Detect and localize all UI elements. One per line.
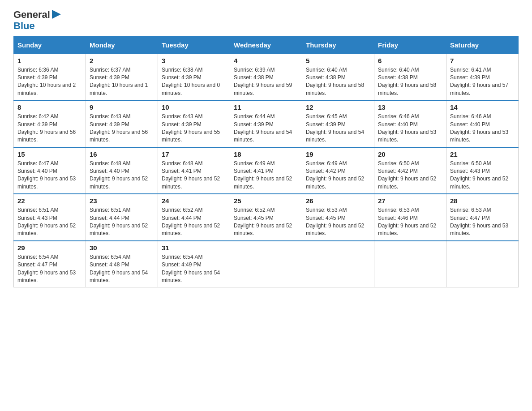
day-number: 22 bbox=[17, 197, 82, 205]
calendar-cell bbox=[374, 241, 446, 287]
calendar-cell: 23Sunrise: 6:51 AMSunset: 4:44 PMDayligh… bbox=[86, 194, 158, 241]
day-number: 14 bbox=[450, 103, 515, 111]
day-info: Sunrise: 6:48 AMSunset: 4:41 PMDaylight:… bbox=[162, 160, 226, 191]
calendar-table: SundayMondayTuesdayWednesdayThursdayFrid… bbox=[13, 36, 519, 288]
day-info: Sunrise: 6:46 AMSunset: 4:40 PMDaylight:… bbox=[450, 113, 515, 144]
day-info: Sunrise: 6:38 AMSunset: 4:39 PMDaylight:… bbox=[162, 66, 226, 98]
calendar-cell: 2Sunrise: 6:37 AMSunset: 4:39 PMDaylight… bbox=[86, 54, 158, 101]
calendar-cell: 17Sunrise: 6:48 AMSunset: 4:41 PMDayligh… bbox=[158, 147, 230, 194]
day-number: 1 bbox=[17, 57, 82, 64]
day-info: Sunrise: 6:45 AMSunset: 4:39 PMDaylight:… bbox=[306, 113, 370, 144]
calendar-cell: 26Sunrise: 6:53 AMSunset: 4:45 PMDayligh… bbox=[302, 194, 374, 241]
day-number: 10 bbox=[162, 103, 226, 111]
day-number: 26 bbox=[306, 197, 370, 205]
day-info: Sunrise: 6:54 AMSunset: 4:47 PMDaylight:… bbox=[17, 253, 82, 285]
day-info: Sunrise: 6:37 AMSunset: 4:39 PMDaylight:… bbox=[90, 66, 154, 98]
day-number: 16 bbox=[90, 150, 154, 158]
calendar-cell: 11Sunrise: 6:44 AMSunset: 4:39 PMDayligh… bbox=[230, 100, 302, 147]
day-info: Sunrise: 6:52 AMSunset: 4:44 PMDaylight:… bbox=[162, 206, 226, 238]
calendar-cell: 25Sunrise: 6:52 AMSunset: 4:45 PMDayligh… bbox=[230, 194, 302, 241]
day-info: Sunrise: 6:39 AMSunset: 4:38 PMDaylight:… bbox=[234, 66, 298, 98]
day-of-week-header: Monday bbox=[86, 36, 158, 54]
day-number: 20 bbox=[378, 150, 442, 158]
day-info: Sunrise: 6:54 AMSunset: 4:49 PMDaylight:… bbox=[162, 253, 226, 285]
calendar-cell: 13Sunrise: 6:46 AMSunset: 4:40 PMDayligh… bbox=[374, 100, 446, 147]
day-number: 15 bbox=[17, 150, 82, 158]
day-of-week-header: Friday bbox=[374, 36, 446, 54]
day-info: Sunrise: 6:49 AMSunset: 4:41 PMDaylight:… bbox=[234, 160, 298, 191]
day-number: 18 bbox=[234, 150, 298, 158]
day-number: 4 bbox=[234, 57, 298, 64]
logo-arrow-icon bbox=[52, 10, 61, 19]
calendar-cell: 10Sunrise: 6:43 AMSunset: 4:39 PMDayligh… bbox=[158, 100, 230, 147]
day-info: Sunrise: 6:53 AMSunset: 4:47 PMDaylight:… bbox=[450, 206, 515, 238]
svg-marker-0 bbox=[52, 10, 61, 19]
day-number: 12 bbox=[306, 103, 370, 111]
calendar-cell: 20Sunrise: 6:50 AMSunset: 4:42 PMDayligh… bbox=[374, 147, 446, 194]
day-number: 6 bbox=[378, 57, 442, 64]
day-info: Sunrise: 6:53 AMSunset: 4:45 PMDaylight:… bbox=[306, 206, 370, 238]
calendar-cell: 14Sunrise: 6:46 AMSunset: 4:40 PMDayligh… bbox=[446, 100, 519, 147]
calendar-cell: 16Sunrise: 6:48 AMSunset: 4:40 PMDayligh… bbox=[86, 147, 158, 194]
day-info: Sunrise: 6:51 AMSunset: 4:44 PMDaylight:… bbox=[90, 206, 154, 238]
calendar-cell: 9Sunrise: 6:43 AMSunset: 4:39 PMDaylight… bbox=[86, 100, 158, 147]
calendar-cell: 18Sunrise: 6:49 AMSunset: 4:41 PMDayligh… bbox=[230, 147, 302, 194]
day-of-week-header: Thursday bbox=[302, 36, 374, 54]
calendar-cell: 7Sunrise: 6:41 AMSunset: 4:39 PMDaylight… bbox=[446, 54, 519, 101]
calendar-cell bbox=[302, 241, 374, 287]
calendar-cell: 6Sunrise: 6:40 AMSunset: 4:38 PMDaylight… bbox=[374, 54, 446, 101]
day-of-week-header: Tuesday bbox=[158, 36, 230, 54]
logo: General Blue bbox=[13, 9, 61, 32]
day-of-week-header: Sunday bbox=[14, 36, 86, 54]
day-info: Sunrise: 6:42 AMSunset: 4:39 PMDaylight:… bbox=[17, 113, 82, 144]
day-number: 25 bbox=[234, 197, 298, 205]
day-info: Sunrise: 6:52 AMSunset: 4:45 PMDaylight:… bbox=[234, 206, 298, 238]
calendar-cell: 8Sunrise: 6:42 AMSunset: 4:39 PMDaylight… bbox=[14, 100, 86, 147]
calendar-cell: 4Sunrise: 6:39 AMSunset: 4:38 PMDaylight… bbox=[230, 54, 302, 101]
day-number: 30 bbox=[90, 244, 154, 252]
day-info: Sunrise: 6:53 AMSunset: 4:46 PMDaylight:… bbox=[378, 206, 442, 238]
day-of-week-header: Saturday bbox=[446, 36, 519, 54]
day-info: Sunrise: 6:40 AMSunset: 4:38 PMDaylight:… bbox=[306, 66, 370, 98]
day-info: Sunrise: 6:36 AMSunset: 4:39 PMDaylight:… bbox=[17, 66, 82, 98]
day-info: Sunrise: 6:47 AMSunset: 4:40 PMDaylight:… bbox=[17, 160, 82, 191]
day-number: 2 bbox=[90, 57, 154, 64]
day-number: 9 bbox=[90, 103, 154, 111]
week-row: 8Sunrise: 6:42 AMSunset: 4:39 PMDaylight… bbox=[14, 100, 519, 147]
calendar-cell: 22Sunrise: 6:51 AMSunset: 4:43 PMDayligh… bbox=[14, 194, 86, 241]
calendar-cell: 1Sunrise: 6:36 AMSunset: 4:39 PMDaylight… bbox=[14, 54, 86, 101]
calendar-cell bbox=[230, 241, 302, 287]
day-info: Sunrise: 6:43 AMSunset: 4:39 PMDaylight:… bbox=[90, 113, 154, 144]
day-number: 24 bbox=[162, 197, 226, 205]
day-number: 21 bbox=[450, 150, 515, 158]
day-of-week-header: Wednesday bbox=[230, 36, 302, 54]
calendar-cell: 3Sunrise: 6:38 AMSunset: 4:39 PMDaylight… bbox=[158, 54, 230, 101]
day-info: Sunrise: 6:51 AMSunset: 4:43 PMDaylight:… bbox=[17, 206, 82, 238]
day-number: 7 bbox=[450, 57, 515, 64]
day-number: 17 bbox=[162, 150, 226, 158]
day-number: 5 bbox=[306, 57, 370, 64]
calendar-cell: 15Sunrise: 6:47 AMSunset: 4:40 PMDayligh… bbox=[14, 147, 86, 194]
day-number: 3 bbox=[162, 57, 226, 64]
day-info: Sunrise: 6:41 AMSunset: 4:39 PMDaylight:… bbox=[450, 66, 515, 98]
calendar-cell bbox=[446, 241, 519, 287]
week-row: 29Sunrise: 6:54 AMSunset: 4:47 PMDayligh… bbox=[14, 241, 519, 287]
logo-blue-text: Blue bbox=[13, 21, 61, 31]
day-info: Sunrise: 6:50 AMSunset: 4:43 PMDaylight:… bbox=[450, 160, 515, 191]
day-info: Sunrise: 6:54 AMSunset: 4:48 PMDaylight:… bbox=[90, 253, 154, 285]
week-row: 1Sunrise: 6:36 AMSunset: 4:39 PMDaylight… bbox=[14, 54, 519, 101]
day-number: 11 bbox=[234, 103, 298, 111]
page-header: General Blue bbox=[13, 9, 519, 32]
day-info: Sunrise: 6:44 AMSunset: 4:39 PMDaylight:… bbox=[234, 113, 298, 144]
day-number: 23 bbox=[90, 197, 154, 205]
day-number: 31 bbox=[162, 244, 226, 252]
day-info: Sunrise: 6:40 AMSunset: 4:38 PMDaylight:… bbox=[378, 66, 442, 98]
calendar-cell: 5Sunrise: 6:40 AMSunset: 4:38 PMDaylight… bbox=[302, 54, 374, 101]
calendar-cell: 12Sunrise: 6:45 AMSunset: 4:39 PMDayligh… bbox=[302, 100, 374, 147]
calendar-cell: 31Sunrise: 6:54 AMSunset: 4:49 PMDayligh… bbox=[158, 241, 230, 287]
day-number: 8 bbox=[17, 103, 82, 111]
week-row: 15Sunrise: 6:47 AMSunset: 4:40 PMDayligh… bbox=[14, 147, 519, 194]
day-number: 19 bbox=[306, 150, 370, 158]
day-number: 27 bbox=[378, 197, 442, 205]
day-info: Sunrise: 6:49 AMSunset: 4:42 PMDaylight:… bbox=[306, 160, 370, 191]
